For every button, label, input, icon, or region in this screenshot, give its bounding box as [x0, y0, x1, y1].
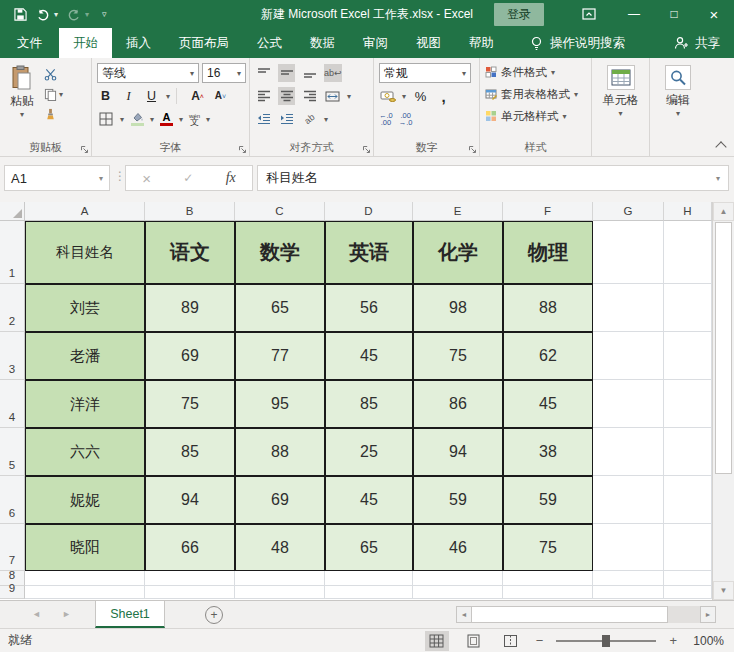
decrease-font-icon[interactable]: A˅ [212, 87, 229, 105]
col-header-E[interactable]: E [413, 202, 503, 221]
font-name-select[interactable]: 等线▾ [97, 63, 199, 83]
cell-E8[interactable] [413, 571, 503, 586]
formula-input[interactable]: 科目姓名 ▾ [257, 165, 729, 191]
cell-F9[interactable] [503, 586, 593, 599]
merge-dropdown-icon[interactable]: ▾ [347, 92, 351, 101]
zoom-out-button[interactable]: − [536, 633, 544, 648]
cell-D2[interactable]: 56 [325, 284, 413, 332]
cell-C5[interactable]: 88 [235, 428, 325, 476]
enter-icon[interactable]: ✓ [183, 171, 193, 185]
collapse-ribbon-icon[interactable] [715, 141, 726, 152]
tab-审阅[interactable]: 审阅 [349, 28, 402, 58]
tab-页面布局[interactable]: 页面布局 [165, 28, 243, 58]
col-header-C[interactable]: C [235, 202, 325, 221]
col-header-A[interactable]: A [25, 202, 145, 221]
cell-H1[interactable] [664, 221, 712, 284]
cell-H8[interactable] [664, 571, 712, 586]
minimize-button[interactable]: — [614, 0, 654, 28]
align-bottom-icon[interactable] [301, 64, 318, 82]
cell-G7[interactable] [593, 524, 664, 571]
orientation-dropdown-icon[interactable]: ▾ [324, 115, 328, 124]
cell-B2[interactable]: 89 [145, 284, 235, 332]
tell-me-search[interactable]: 操作说明搜索 [530, 28, 625, 58]
cell-B1[interactable]: 语文 [145, 221, 235, 284]
cell-G4[interactable] [593, 380, 664, 428]
cell-F6[interactable]: 59 [503, 476, 593, 524]
cell-B6[interactable]: 94 [145, 476, 235, 524]
cell-B4[interactable]: 75 [145, 380, 235, 428]
next-sheet-icon[interactable]: ► [62, 609, 71, 619]
redo-dropdown-icon[interactable]: ▾ [85, 10, 89, 19]
increase-font-icon[interactable]: A˄ [189, 87, 206, 105]
undo-dropdown-icon[interactable]: ▾ [54, 10, 58, 19]
cell-G2[interactable] [593, 284, 664, 332]
tab-公式[interactable]: 公式 [243, 28, 296, 58]
percent-style-button[interactable]: % [412, 87, 429, 105]
align-right-icon[interactable] [301, 87, 318, 105]
row-header-1[interactable]: 1 [0, 221, 25, 284]
increase-indent-icon[interactable] [278, 110, 295, 128]
paste-button[interactable]: 粘贴 ▾ [3, 62, 41, 140]
cell-F8[interactable] [503, 571, 593, 586]
row-header-9[interactable]: 9 [0, 586, 25, 599]
phonetic-dropdown-icon[interactable]: ▾ [206, 115, 210, 124]
cut-button[interactable] [44, 66, 63, 83]
accounting-dropdown-icon[interactable]: ▾ [402, 92, 406, 101]
cell-A1[interactable]: 科目姓名 [25, 221, 145, 284]
maximize-button[interactable]: □ [654, 0, 694, 28]
page-layout-view-icon[interactable] [462, 631, 486, 651]
col-header-F[interactable]: F [503, 202, 593, 221]
name-box[interactable]: A1 ▾ [4, 165, 110, 191]
page-break-view-icon[interactable] [499, 631, 523, 651]
font-color-button[interactable]: A [160, 112, 173, 126]
normal-view-icon[interactable] [425, 631, 449, 651]
scroll-up-icon[interactable]: ▲ [713, 202, 734, 221]
paste-dropdown-icon[interactable]: ▾ [20, 112, 24, 117]
font-dialog-launcher-icon[interactable] [238, 145, 247, 154]
underline-dropdown-icon[interactable]: ▾ [166, 92, 170, 101]
editing-button[interactable]: 编辑 ▾ [656, 62, 700, 140]
align-middle-icon[interactable] [278, 64, 295, 82]
scroll-down-icon[interactable]: ▼ [713, 581, 734, 600]
accounting-format-icon[interactable] [379, 87, 396, 105]
cell-C7[interactable]: 48 [235, 524, 325, 571]
cell-G1[interactable] [593, 221, 664, 284]
borders-dropdown-icon[interactable]: ▾ [120, 115, 124, 124]
undo-icon[interactable] [36, 8, 50, 21]
sign-in-button[interactable]: 登录 [494, 3, 544, 26]
cell-H4[interactable] [664, 380, 712, 428]
underline-button[interactable]: U [143, 87, 160, 105]
editing-dropdown-icon[interactable]: ▾ [676, 111, 680, 116]
cell-C6[interactable]: 69 [235, 476, 325, 524]
cells-button[interactable]: 单元格 ▾ [599, 62, 643, 140]
cell-A6[interactable]: 妮妮 [25, 476, 145, 524]
tab-开始[interactable]: 开始 [59, 28, 112, 58]
add-sheet-button[interactable]: + [205, 606, 223, 624]
cell-G6[interactable] [593, 476, 664, 524]
cell-E5[interactable]: 94 [413, 428, 503, 476]
phonetic-guide-button[interactable]: wén 文 [189, 113, 200, 125]
name-box-dropdown-icon[interactable]: ▾ [99, 174, 103, 183]
cell-F2[interactable]: 88 [503, 284, 593, 332]
tab-视图[interactable]: 视图 [402, 28, 455, 58]
close-button[interactable]: × [694, 0, 734, 28]
cell-H6[interactable] [664, 476, 712, 524]
align-top-icon[interactable] [255, 64, 272, 82]
format-painter-button[interactable] [44, 106, 63, 123]
cell-B9[interactable] [145, 586, 235, 599]
cell-E6[interactable]: 59 [413, 476, 503, 524]
redo-icon[interactable] [67, 8, 81, 21]
cell-B7[interactable]: 66 [145, 524, 235, 571]
cell-F3[interactable]: 62 [503, 332, 593, 380]
cell-G8[interactable] [593, 571, 664, 586]
cell-D9[interactable] [325, 586, 413, 599]
prev-sheet-icon[interactable]: ◄ [32, 609, 41, 619]
conditional-formatting-button[interactable]: 条件格式 ▾ [485, 64, 586, 81]
horizontal-scroll-thumb[interactable] [471, 606, 668, 623]
cell-H7[interactable] [664, 524, 712, 571]
save-icon[interactable] [14, 8, 27, 21]
format-as-table-button[interactable]: 套用表格格式 ▾ [485, 86, 586, 103]
row-header-4[interactable]: 4 [0, 380, 25, 428]
vertical-scrollbar[interactable]: ▲ ▼ [712, 202, 734, 600]
tab-插入[interactable]: 插入 [112, 28, 165, 58]
